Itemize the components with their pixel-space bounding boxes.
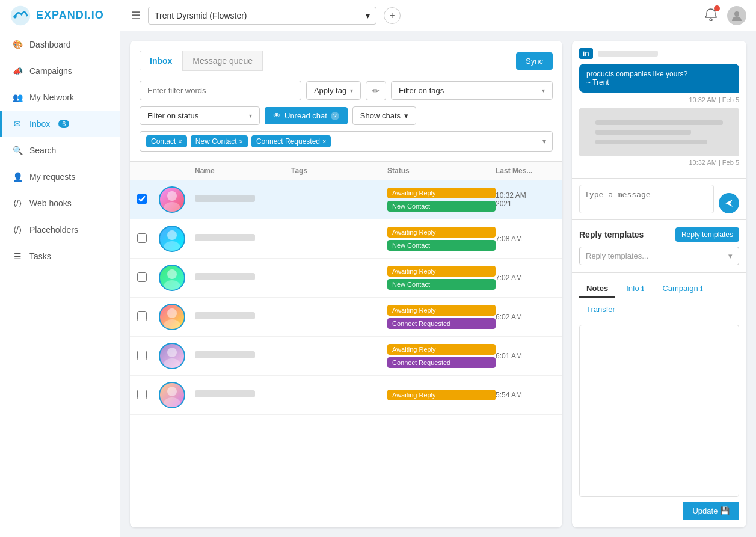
- inbox-tabs: Inbox Message queue Sync: [140, 51, 553, 71]
- row-name: [195, 273, 291, 283]
- sidebar-item-requests[interactable]: 👤 My requests: [0, 164, 120, 190]
- row-avatar: [159, 226, 185, 252]
- svg-point-8: [167, 269, 177, 279]
- filter-tags-button[interactable]: Filter on tags ▾: [391, 81, 553, 100]
- avatar-person-icon: [160, 305, 184, 329]
- row-name: [195, 351, 291, 361]
- sidebar-label-inbox: Inbox: [29, 119, 50, 129]
- reply-templates-header: Reply templates Reply templates: [579, 227, 739, 242]
- tab-message-queue[interactable]: Message queue: [182, 51, 263, 71]
- sidebar-item-tasks[interactable]: ☰ Tasks: [0, 243, 120, 269]
- sidebar-item-placeholders[interactable]: ⟨/⟩ Placeholders: [0, 216, 120, 243]
- tag-contact-label: Contact: [151, 137, 176, 146]
- unread-chat-button[interactable]: 👁 Unread chat ?: [265, 107, 348, 124]
- logo-icon: [10, 5, 31, 26]
- row-status: Awaiting Reply New Contact: [387, 188, 496, 212]
- row-avatar: [159, 265, 185, 291]
- tab-campaign[interactable]: Campaign ℹ: [655, 280, 710, 298]
- tag-chip-contact[interactable]: Contact ×: [146, 135, 187, 147]
- tags-expand-icon[interactable]: ▾: [542, 137, 546, 146]
- filter-words-input[interactable]: [140, 81, 301, 100]
- svg-point-4: [167, 191, 177, 201]
- add-account-button[interactable]: +: [384, 7, 401, 24]
- account-selector[interactable]: Trent Dyrsmid (Flowster) ▾: [148, 7, 376, 25]
- chat-time-2: 10:32 AM | Feb 5: [579, 159, 739, 166]
- status-badge-awaiting: Awaiting Reply: [387, 305, 496, 316]
- chat-image-preview: [579, 108, 739, 156]
- table-row[interactable]: Awaiting Reply New Contact 10:32 AM2021: [130, 180, 562, 219]
- sidebar-label-webhooks: Web hooks: [29, 198, 72, 208]
- hamburger-button[interactable]: ☰: [131, 9, 141, 22]
- row-checkbox[interactable]: [137, 272, 147, 282]
- table-row[interactable]: Awaiting Reply Connect Requested 6:01 AM: [130, 337, 562, 376]
- row-checkbox[interactable]: [137, 194, 147, 204]
- show-chats-button[interactable]: Show chats ▾: [352, 106, 416, 125]
- row-checkbox[interactable]: [137, 390, 147, 399]
- sync-button[interactable]: Sync: [516, 52, 553, 70]
- table-row[interactable]: Awaiting Reply New Contact 7:08 AM: [130, 219, 562, 259]
- user-avatar[interactable]: [727, 6, 746, 25]
- svg-point-12: [167, 348, 177, 357]
- apply-tag-button[interactable]: Apply tag ▾: [306, 81, 361, 100]
- requests-icon: 👤: [11, 171, 23, 183]
- status-badge-new-contact: New Contact: [387, 201, 496, 212]
- unread-icon: 👁: [273, 111, 281, 120]
- tag-chip-connect-requested[interactable]: Connect Requested ×: [251, 135, 331, 147]
- row-checkbox[interactable]: [137, 351, 147, 360]
- update-button[interactable]: Update 💾: [683, 502, 739, 520]
- user-avatar-icon: [731, 10, 743, 22]
- name-blurred: [195, 312, 255, 319]
- sidebar-item-campaigns[interactable]: 📣 Campaigns: [0, 58, 120, 84]
- right-panel: in products companies like yours? ~ Tren…: [572, 41, 746, 527]
- tab-transfer[interactable]: Transfer: [579, 301, 622, 319]
- table-row[interactable]: Awaiting Reply Connect Requested 6:02 AM: [130, 298, 562, 337]
- name-blurred: [195, 234, 255, 241]
- table-row[interactable]: Awaiting Reply 5:54 AM: [130, 376, 562, 415]
- message-input[interactable]: [579, 185, 714, 213]
- status-badge-awaiting: Awaiting Reply: [387, 344, 496, 355]
- row-time: 6:02 AM: [496, 313, 562, 321]
- avatar-person-icon: [160, 266, 184, 290]
- tab-inbox[interactable]: Inbox: [140, 51, 182, 71]
- sidebar-item-inbox[interactable]: ✉ Inbox 6: [0, 111, 120, 137]
- send-icon: [724, 198, 734, 208]
- edit-filter-button[interactable]: ✏: [366, 81, 386, 100]
- send-button[interactable]: [719, 193, 739, 213]
- svg-point-7: [164, 241, 180, 251]
- avatar-person-icon: [160, 344, 184, 368]
- chat-bubble-text: products companies like yours?: [586, 70, 732, 78]
- unread-question-icon: ?: [331, 112, 339, 120]
- tab-info[interactable]: Info ℹ: [619, 280, 651, 298]
- avatar-person-icon: [160, 227, 184, 251]
- inbox-badge: 6: [58, 120, 69, 128]
- sidebar-item-dashboard[interactable]: 🎨 Dashboard: [0, 31, 120, 58]
- reply-templates-title: Reply templates: [579, 230, 644, 239]
- tag-connect-requested-remove-icon[interactable]: ×: [322, 138, 326, 145]
- tag-connect-requested-label: Connect Requested: [256, 137, 320, 146]
- tag-contact-remove-icon[interactable]: ×: [178, 138, 182, 145]
- filter-status-button[interactable]: Filter on status ▾: [140, 106, 260, 125]
- row-checkbox[interactable]: [137, 311, 147, 321]
- row-checkbox[interactable]: [137, 233, 147, 243]
- sidebar-item-search[interactable]: 🔍 Search: [0, 137, 120, 164]
- svg-point-10: [167, 308, 177, 318]
- table-row[interactable]: Awaiting Reply New Contact 7:02 AM: [130, 259, 562, 298]
- tag-chip-new-contact[interactable]: New Contact ×: [191, 135, 248, 147]
- account-chevron-icon: ▾: [366, 11, 370, 20]
- notifications-button[interactable]: [704, 8, 718, 23]
- row-time: 7:02 AM: [496, 274, 562, 282]
- sidebar-label-search: Search: [29, 146, 56, 155]
- col-status: Status: [387, 167, 496, 175]
- sidebar-item-webhooks[interactable]: ⟨/⟩ Web hooks: [0, 190, 120, 216]
- account-name: Trent Dyrsmid (Flowster): [155, 11, 247, 20]
- tab-notes[interactable]: Notes: [579, 280, 615, 298]
- chat-bubble: products companies like yours? ~ Trent: [579, 64, 739, 93]
- reply-templates-select[interactable]: Reply templates... ▾: [579, 247, 739, 265]
- show-chats-label: Show chats: [360, 111, 401, 120]
- sidebar-item-network[interactable]: 👥 My Network: [0, 84, 120, 111]
- tag-new-contact-remove-icon[interactable]: ×: [239, 138, 243, 145]
- notes-textarea[interactable]: [579, 325, 739, 497]
- edit-icon: ✏: [372, 86, 380, 96]
- active-tags-container: Contact × New Contact × Connect Requeste…: [140, 131, 553, 152]
- reply-templates-button[interactable]: Reply templates: [675, 227, 739, 242]
